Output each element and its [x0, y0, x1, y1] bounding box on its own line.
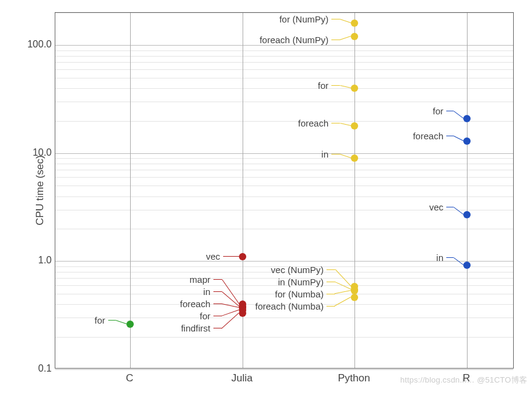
data-point [239, 310, 246, 317]
gridline-minor [55, 272, 513, 272]
gridline-major [55, 153, 513, 154]
y-tick-label: 1.0 [3, 255, 52, 266]
data-point [239, 253, 246, 260]
gridline-minor [55, 210, 513, 210]
plot-area [55, 12, 514, 369]
y-axis-label: CPU time (sec) [34, 155, 46, 225]
leader-line [108, 320, 116, 321]
leader-line [213, 279, 222, 280]
data-point [351, 294, 358, 301]
leader-line [446, 257, 454, 258]
gridline-major [55, 261, 513, 262]
leader-line [340, 123, 351, 126]
leader-line [326, 282, 335, 282]
leader-line [116, 320, 126, 324]
leader-line [213, 328, 222, 328]
gridline-vertical [467, 13, 468, 368]
data-point [351, 122, 358, 130]
leader-line [326, 306, 335, 307]
leader-line [446, 207, 454, 207]
gridline-major [55, 369, 513, 370]
gridline-minor [55, 13, 513, 13]
leader-line [340, 154, 351, 158]
data-point [126, 321, 134, 328]
leader-line [454, 207, 464, 215]
leader-line [454, 136, 463, 141]
leader-line [326, 294, 335, 294]
gridline-minor [55, 158, 513, 159]
gridline-minor [55, 304, 513, 305]
leader-line [331, 19, 340, 19]
gridline-minor [55, 186, 513, 186]
y-tick-label: 0.1 [3, 363, 52, 374]
leader-line [340, 19, 351, 23]
gridline-minor [55, 102, 513, 102]
x-tick-label: C [93, 372, 166, 384]
gridline-minor [55, 337, 513, 338]
gridline-minor [55, 317, 513, 318]
gridline-minor [55, 294, 513, 294]
leader-line [213, 304, 222, 304]
x-tick-label: Python [317, 372, 390, 384]
leader-line [340, 36, 351, 40]
gridline-minor [55, 69, 513, 70]
data-point [351, 33, 358, 40]
data-point [463, 137, 471, 145]
leader-line [223, 256, 239, 257]
gridline-minor [55, 285, 513, 286]
data-point [351, 154, 358, 162]
gridline-vertical [130, 13, 131, 368]
data-point [351, 85, 358, 92]
gridline-minor [55, 78, 513, 78]
data-point [463, 211, 471, 218]
data-point [351, 19, 358, 27]
y-tick-label: 100.0 [3, 39, 52, 50]
leader-line [331, 85, 340, 86]
gridline-minor [55, 50, 513, 51]
leader-line [213, 291, 222, 292]
leader-line [213, 316, 222, 316]
gridline-minor [55, 88, 513, 89]
gridline-minor [55, 229, 513, 229]
data-point [463, 262, 471, 269]
data-point [463, 115, 471, 122]
benchmark-chart: CPU time (sec) https://blog.csdn.n… @51C… [0, 0, 532, 399]
y-tick-label: 10.0 [3, 147, 52, 158]
leader-line [335, 297, 351, 306]
gridline-minor [55, 170, 513, 170]
x-tick-label: Julia [206, 372, 278, 384]
gridline-major [55, 45, 513, 46]
leader-line [446, 111, 454, 111]
leader-line [331, 40, 340, 40]
gridline-minor [55, 56, 513, 57]
gridline-vertical [354, 13, 355, 368]
gridline-minor [55, 177, 513, 178]
leader-line [331, 123, 340, 123]
gridline-minor [55, 196, 513, 197]
gridline-minor [55, 121, 513, 122]
gridline-minor [55, 266, 513, 267]
leader-line [446, 136, 454, 136]
leader-line [222, 280, 240, 305]
gridline-minor [55, 164, 513, 164]
leader-line [331, 154, 340, 154]
leader-line [454, 111, 464, 119]
x-tick-label: R [430, 372, 503, 384]
gridline-minor [55, 62, 513, 63]
leader-line [326, 269, 335, 270]
gridline-minor [55, 278, 513, 279]
